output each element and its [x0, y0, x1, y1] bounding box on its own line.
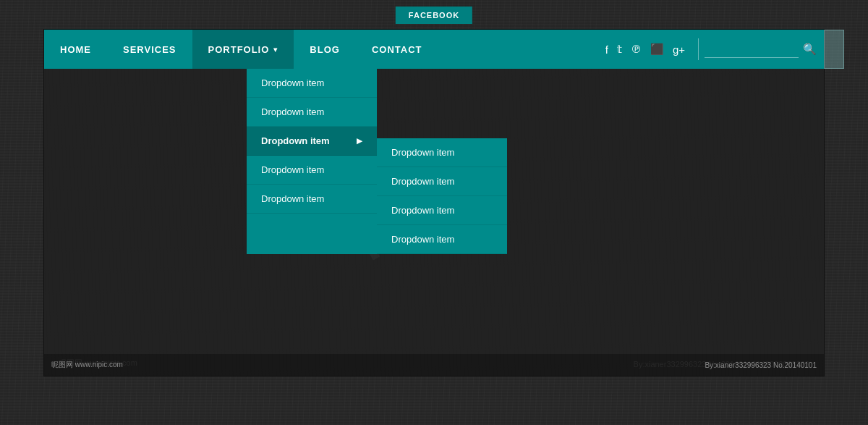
- facebook-social-icon[interactable]: f: [605, 43, 608, 56]
- dropdown-primary: Dropdown item Dropdown item Dropdown ite…: [247, 69, 377, 254]
- right-tab-decoration: [824, 30, 844, 69]
- dropdown-sub-item-2[interactable]: Dropdown item: [377, 167, 507, 196]
- nav-item-services[interactable]: SERVICES: [107, 30, 192, 69]
- nav-label-blog: BLOG: [310, 44, 340, 55]
- bottom-strip-right: By:xianer332996323 No.20140101: [705, 361, 817, 369]
- nav-item-home[interactable]: HOME: [44, 30, 107, 69]
- dropdown-container: Dropdown item Dropdown item Dropdown ite…: [247, 69, 507, 254]
- bottom-strip-left: 昵图网 www.nipic.com: [51, 360, 123, 370]
- search-area: 🔍: [705, 41, 824, 58]
- page-wrapper: FACEBOOK HOME SERVICES PORTFOLIO ▾ BLOG: [0, 0, 868, 425]
- pinterest-social-icon[interactable]: ℗: [631, 43, 642, 56]
- dropdown-sub-item-1[interactable]: Dropdown item: [377, 138, 507, 167]
- social-icons-area: f 𝕥 ℗ ⬛ g+: [598, 43, 692, 56]
- flickr-social-icon[interactable]: ⬛: [650, 43, 664, 56]
- portfolio-arrow-icon: ▾: [273, 46, 278, 54]
- twitter-social-icon[interactable]: 𝕥: [617, 43, 622, 56]
- nav-label-contact: CONTACT: [372, 44, 422, 55]
- dropdown-item-5-label: Dropdown item: [261, 193, 324, 204]
- dropdown-item-3[interactable]: Dropdown item ▶: [247, 127, 377, 156]
- dropdown-item-4[interactable]: Dropdown item: [247, 156, 377, 185]
- dropdown-sub-item-4[interactable]: Dropdown item: [377, 225, 507, 254]
- facebook-button[interactable]: FACEBOOK: [396, 7, 472, 24]
- nav-label-portfolio: PORTFOLIO: [208, 44, 270, 55]
- nav-label-home: HOME: [60, 44, 91, 55]
- search-input[interactable]: [705, 41, 799, 58]
- dropdown-item-2[interactable]: Dropdown item: [247, 98, 377, 127]
- main-container: FACEBOOK HOME SERVICES PORTFOLIO ▾ BLOG: [43, 29, 825, 376]
- dropdown-item-3-label: Dropdown item: [261, 135, 330, 146]
- search-icon[interactable]: 🔍: [803, 43, 817, 56]
- dropdown-item-2-label: Dropdown item: [261, 106, 324, 117]
- navbar: HOME SERVICES PORTFOLIO ▾ BLOG CONTACT: [44, 30, 824, 69]
- dropdown-item-5[interactable]: Dropdown item: [247, 185, 377, 214]
- dropdown-item-1[interactable]: Dropdown item: [247, 69, 377, 98]
- dropdown-secondary: Dropdown item Dropdown item Dropdown ite…: [377, 138, 507, 254]
- dropdown-sub-item-4-label: Dropdown item: [391, 234, 454, 245]
- submenu-arrow-icon: ▶: [357, 137, 362, 145]
- nav-divider: [698, 38, 699, 60]
- nav-item-portfolio[interactable]: PORTFOLIO ▾: [192, 30, 294, 69]
- nav-items: HOME SERVICES PORTFOLIO ▾ BLOG CONTACT: [44, 30, 598, 69]
- dropdown-sub-item-3[interactable]: Dropdown item: [377, 196, 507, 225]
- dropdown-sub-item-1-label: Dropdown item: [391, 147, 454, 158]
- nav-label-services: SERVICES: [123, 44, 176, 55]
- dropdown-item-1-label: Dropdown item: [261, 77, 324, 88]
- googleplus-social-icon[interactable]: g+: [673, 43, 685, 56]
- dropdown-item-4-label: Dropdown item: [261, 164, 324, 175]
- nav-item-contact[interactable]: CONTACT: [356, 30, 438, 69]
- dropdown-sub-item-2-label: Dropdown item: [391, 176, 454, 187]
- nav-item-blog[interactable]: BLOG: [294, 30, 356, 69]
- dropdown-sub-item-3-label: Dropdown item: [391, 205, 454, 216]
- bottom-strip: 昵图网 www.nipic.com By:xianer332996323 No.…: [44, 354, 824, 376]
